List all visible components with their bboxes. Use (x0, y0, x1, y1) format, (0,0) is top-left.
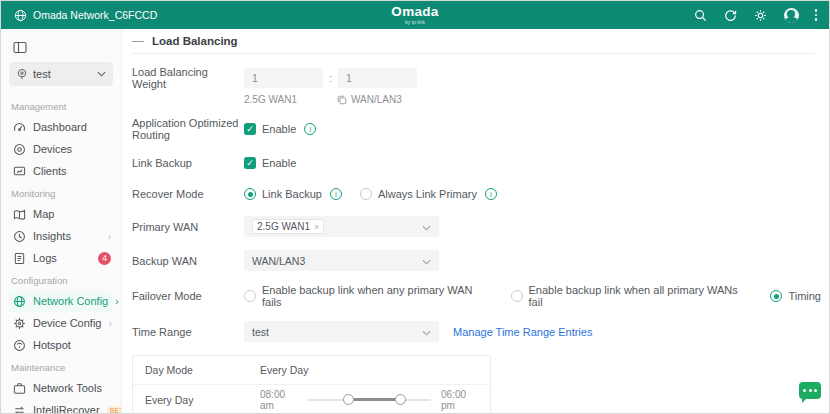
section-label-monitoring: Monitoring (9, 182, 113, 203)
link-backup-enable-checkbox[interactable]: ✓ (244, 157, 256, 169)
chat-support-icon[interactable] (799, 382, 821, 399)
logs-count-badge: 4 (98, 252, 111, 265)
sidebar-item-network-config[interactable]: Network Config › (9, 290, 113, 312)
load-balancing-panel: — Load Balancing Load Balancing Weight :… (122, 29, 829, 413)
recover-link-backup-label: Link Backup (262, 188, 322, 200)
aor-enable-label: Enable (262, 123, 296, 135)
failover-timing-radio[interactable] (770, 290, 782, 302)
network-tools-icon (13, 382, 26, 395)
recover-always-link-primary-radio[interactable] (360, 188, 372, 200)
sidebar-item-map[interactable]: Map (9, 203, 113, 225)
aor-label: Application Optimized Routing (132, 117, 244, 141)
chevron-right-icon: › (108, 231, 111, 242)
info-icon[interactable]: i (304, 123, 316, 135)
refresh-icon[interactable] (724, 8, 738, 22)
sidebar-collapse-icon[interactable] (9, 37, 29, 62)
weight-input-wan1[interactable] (244, 68, 323, 88)
primary-wan-select[interactable]: 2.5G WAN1 × (244, 216, 439, 237)
omada-logo: Omada by tp-link (391, 5, 438, 25)
aor-enable-checkbox[interactable]: ✓ (244, 123, 256, 135)
sidebar-item-dashboard[interactable]: Dashboard (9, 116, 113, 138)
sidebar-item-devices[interactable]: Devices (9, 138, 113, 160)
tag-remove-icon[interactable]: × (314, 222, 319, 232)
site-selector[interactable]: test (9, 62, 113, 86)
sidebar-item-device-config[interactable]: Device Config › (9, 312, 113, 334)
primary-wan-tag: 2.5G WAN1 × (252, 219, 324, 234)
row-failover-mode: Failover Mode Enable backup link when an… (132, 284, 829, 308)
recover-always-link-primary-label: Always Link Primary (378, 188, 477, 200)
sidebar-item-intellirecover[interactable]: IntelliRecover BETA (9, 399, 113, 413)
failover-mode-label: Failover Mode (132, 290, 244, 302)
globe-icon (13, 8, 27, 22)
collapse-section-icon[interactable]: — (132, 35, 144, 47)
sidebar: test Management Dashboard Devices (1, 29, 122, 413)
everyday-label: Every Day (145, 394, 260, 406)
site-name: test (33, 68, 92, 80)
row-application-optimized-routing: Application Optimized Routing ✓ Enable i (132, 117, 829, 141)
slider-start-handle[interactable] (343, 394, 354, 405)
row-recover-mode: Recover Mode Link Backup i Always Link P… (132, 185, 829, 203)
section-label-maintenance: Maintenance (9, 356, 113, 377)
chevron-down-icon (97, 71, 106, 77)
manage-time-range-link[interactable]: Manage Time Range Entries (453, 326, 592, 338)
chevron-right-icon: › (108, 318, 111, 329)
schedule-header-row: Day Mode Every Day (133, 356, 490, 385)
recover-link-backup-radio[interactable] (244, 188, 256, 200)
section-title: Load Balancing (152, 35, 238, 47)
network-config-globe-icon (13, 295, 26, 308)
dashboard-gauge-icon (13, 121, 26, 134)
section-label-management: Management (9, 95, 113, 116)
sidebar-item-network-tools[interactable]: Network Tools (9, 377, 113, 399)
time-range-value: test (252, 326, 269, 338)
wan1-label: 2.5G WAN1 (244, 94, 337, 105)
time-range-select[interactable]: test (244, 321, 439, 342)
search-icon[interactable] (694, 8, 708, 22)
sidebar-item-logs[interactable]: Logs 4 (9, 247, 113, 269)
weight-sub-labels: 2.5G WAN1 WAN/LAN3 (132, 94, 829, 105)
sidebar-item-insights[interactable]: Insights › (9, 225, 113, 247)
day-mode-value: Every Day (260, 364, 478, 376)
chevron-down-icon (422, 225, 431, 231)
weight-label: Load Balancing Weight (132, 66, 244, 90)
failover-any-wan-radio[interactable] (244, 290, 256, 302)
more-menu-icon[interactable] (815, 9, 818, 21)
sidebar-item-clients[interactable]: Clients (9, 160, 113, 182)
devices-icon (13, 143, 26, 156)
start-time: 08:00 am (260, 389, 297, 411)
chevron-right-icon: › (115, 296, 118, 307)
info-icon[interactable]: i (485, 188, 497, 200)
logs-icon (13, 252, 26, 265)
section-label-configuration: Configuration (9, 269, 113, 290)
backup-wan-select[interactable]: WAN/LAN3 (244, 250, 439, 271)
sidebar-item-hotspot[interactable]: Hotspot (9, 334, 113, 356)
network-selector[interactable]: Omada Network_C6FCCD (13, 8, 157, 22)
time-range-slider (307, 394, 431, 406)
site-pin-icon (16, 68, 28, 80)
day-mode-label: Day Mode (145, 364, 260, 376)
backup-wan-value: WAN/LAN3 (252, 255, 305, 267)
failover-all-wans-radio[interactable] (511, 290, 523, 302)
omada-controller-window: Omada Network_C6FCCD Omada by tp-link (0, 0, 830, 414)
row-time-range: Time Range test Manage Time Range Entrie… (132, 321, 829, 342)
row-primary-wan: Primary WAN 2.5G WAN1 × (132, 216, 829, 237)
weight-input-wan2[interactable] (338, 68, 417, 88)
schedule-table: Day Mode Every Day Every Day 08:00 am (132, 355, 491, 413)
schedule-everyday-row: Every Day 08:00 am 06:00 pm (133, 385, 490, 413)
chevron-down-icon (422, 330, 431, 336)
end-time: 06:00 pm (441, 389, 478, 411)
beta-badge: BETA (107, 406, 122, 414)
copy-icon (337, 95, 347, 105)
info-icon[interactable]: i (330, 188, 342, 200)
device-config-gear-icon (13, 317, 26, 330)
row-backup-wan: Backup WAN WAN/LAN3 (132, 250, 829, 271)
link-backup-enable-label: Enable (262, 157, 296, 169)
failover-any-wan-label: Enable backup link when any primary WAN … (262, 284, 493, 308)
slider-end-handle[interactable] (395, 394, 406, 405)
recover-mode-label: Recover Mode (132, 188, 244, 200)
failover-all-wans-label: Enable backup link when all primary WANs… (529, 284, 753, 308)
weight-separator: : (329, 72, 332, 84)
settings-sun-icon[interactable] (754, 8, 768, 22)
user-avatar[interactable] (784, 8, 799, 23)
clients-icon (13, 165, 26, 178)
map-icon (13, 208, 26, 221)
